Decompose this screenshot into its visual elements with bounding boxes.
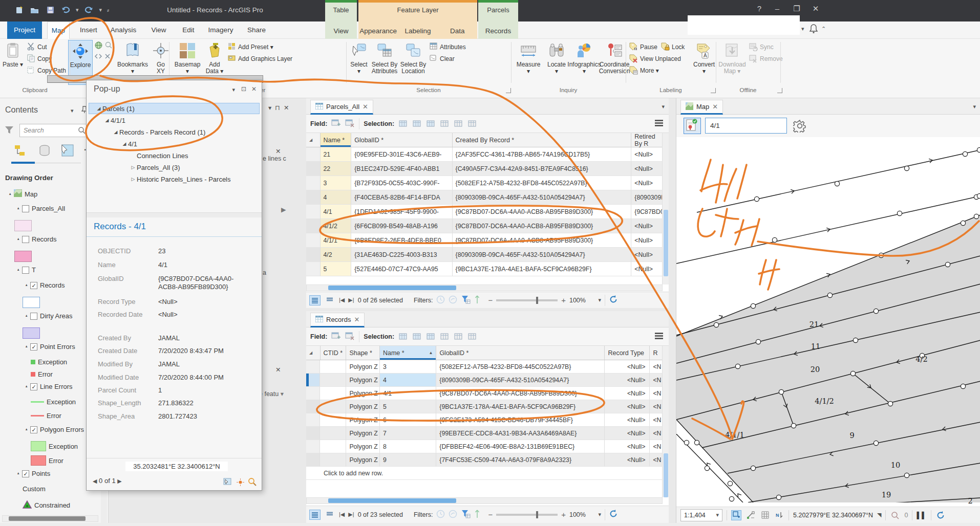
symbol-swatch[interactable] (23, 327, 40, 339)
expand-icon[interactable]: ▾ (15, 471, 19, 476)
hidden-pane-close-icon-2[interactable]: ✕ (275, 366, 281, 374)
ribbon-button-sync[interactable]: Sync (749, 42, 774, 52)
cell[interactable]: 3 (321, 176, 352, 190)
contextual-tab-view[interactable]: View (325, 24, 357, 39)
hidden-pane-arrow-icon[interactable]: ▶ (281, 206, 286, 213)
cell[interactable]: {31AE463D-C225-4003-B313 (351, 248, 452, 262)
column-header-4[interactable]: Record Type (605, 346, 650, 360)
ribbon-button-cut[interactable]: Cut (27, 42, 47, 52)
expand-icon[interactable]: ▾ (23, 314, 28, 318)
expand-icon[interactable]: ◢ (112, 129, 119, 135)
clear-selection-icon[interactable] (440, 332, 450, 341)
layer-item-line-errors[interactable]: ▾✓Line Errors (23, 383, 73, 390)
symbol-swatch[interactable] (31, 455, 46, 466)
ribbon-button-download-map[interactable]: Download Map ▾ (719, 40, 745, 85)
last-record-icon[interactable]: ▶| (348, 511, 354, 518)
symbol-swatch[interactable] (31, 401, 44, 403)
popup-dock-icon[interactable]: ⊡ (241, 85, 246, 93)
ribbon-button-copy-path[interactable]: Copy Path (27, 65, 66, 76)
cell[interactable]: 4/2 (321, 248, 352, 262)
ribbon-tab-map[interactable]: Map (47, 21, 70, 39)
row-selector[interactable] (306, 453, 320, 467)
contextual-tab-labeling[interactable]: Labeling (398, 24, 437, 39)
expand-icon[interactable]: ▾ (23, 283, 28, 288)
expand-icon[interactable]: ▷ (130, 177, 137, 182)
map-scale-selector[interactable]: 1:1,404▾ (680, 509, 722, 521)
tab-map[interactable]: Map ✕ (680, 100, 723, 115)
zoom-tool-icon[interactable] (104, 41, 113, 52)
table-row[interactable]: Polygon Z4/1{9C87BD07-DC6A-4AA0-ACB8-AB9… (306, 387, 663, 400)
layer-item-exception[interactable]: Exception (31, 441, 78, 451)
symbol-swatch[interactable] (14, 220, 32, 231)
column-header-3[interactable]: GlobalID * (436, 346, 605, 360)
row-selector[interactable] (306, 374, 320, 387)
table-menu-icon[interactable] (654, 119, 664, 129)
ribbon-button-copy[interactable]: Copy (27, 54, 52, 64)
cell[interactable]: <Null> (631, 176, 663, 190)
pause-drawing-icon[interactable]: ▌▌ (917, 512, 927, 519)
popup-tree-item[interactable]: ◢4/1 (89, 138, 260, 149)
table-row[interactable]: Polygon Z9{7F4FC53E-C509-474A-A6A3-079F8… (306, 453, 663, 467)
column-header-1[interactable]: Shape * (346, 346, 380, 360)
map-canvas[interactable] (676, 137, 980, 502)
table-view-icon[interactable] (309, 295, 321, 305)
column-header-0[interactable]: CTID * (321, 346, 347, 360)
ribbon-button-more[interactable]: More ▾ (629, 65, 659, 76)
table-zoom-level[interactable]: 100%▾ (569, 511, 601, 518)
ribbon-button-lock[interactable]: Lock (661, 42, 685, 52)
cell[interactable]: Polygon Z (346, 440, 380, 453)
zoom-selection-icon[interactable] (890, 510, 900, 520)
cell[interactable]: {8090309B-09CA-465F-A432-510A054294A7} (436, 374, 605, 387)
cell[interactable] (320, 374, 346, 387)
vertical-scrollbar[interactable] (662, 346, 669, 497)
copy-selection-icon[interactable] (467, 119, 477, 128)
table-row[interactable]: 4/2{31AE463D-C225-4003-B313{8090309B-09C… (306, 248, 663, 262)
time-filter-icon[interactable] (436, 510, 445, 520)
row-selector[interactable] (306, 262, 321, 276)
cell[interactable]: {5082EF12-A75B-4232-BFD8-445C0522A97B} (453, 176, 632, 190)
layer-checkbox[interactable] (22, 267, 29, 274)
cell[interactable]: 4/1/1 (321, 233, 352, 248)
copy-selection-icon[interactable] (467, 332, 477, 341)
expand-icon[interactable]: ▾ (15, 206, 19, 211)
column-header-2[interactable]: Name *▲ (380, 346, 436, 360)
table-row[interactable]: 3{B72F93D5-0C55-403C-990F-{5082EF12-A75B… (306, 176, 663, 190)
range-filter-icon[interactable] (449, 295, 457, 305)
popup-tree-item[interactable]: ◢4/1/1 (89, 115, 260, 126)
cell[interactable]: <Null> (605, 400, 650, 413)
expand-icon[interactable]: ▾ (23, 344, 28, 349)
table-row[interactable]: 21{09E95FED-301E-43C6-AEB9-{2AF35FCC-436… (306, 147, 663, 162)
add-field-icon[interactable] (331, 332, 341, 341)
table-row[interactable]: Polygon Z7{99EB7ECE-CDC8-4A31-9B34-AA3A6… (306, 427, 663, 440)
undo-dropdown-icon[interactable]: ▾ (76, 7, 79, 13)
time-filter-icon[interactable] (436, 295, 445, 305)
cell[interactable]: {9BC1A37E-178A-4AE1-BAFA-5CF9CA96B29F} (436, 400, 605, 413)
popup-flash-icon[interactable] (237, 478, 244, 488)
expand-icon[interactable]: ◢ (103, 118, 111, 123)
cell[interactable]: 4/1/2 (321, 219, 352, 233)
attribute-view-icon[interactable] (324, 510, 335, 520)
table-row[interactable]: Polygon Z6{9FC2E173-A594-415C-BD46-DB79F… (306, 413, 663, 427)
filter-table-icon[interactable] (461, 295, 471, 305)
tab-records[interactable]: Records✕ (310, 313, 365, 327)
table-view-icon[interactable] (309, 510, 321, 520)
table-row[interactable]: 5{527E446D-07C7-47C9-AA95{9BC1A37E-178A-… (306, 262, 663, 276)
table-zoom-level[interactable]: 100%▾ (569, 297, 601, 304)
zoom-to-selection-icon[interactable] (412, 119, 422, 128)
clear-selection-icon[interactable] (440, 119, 450, 128)
column-header-0[interactable]: Name * (321, 133, 352, 147)
cell[interactable]: Polygon Z (346, 387, 380, 400)
cell[interactable]: 21 (321, 147, 352, 162)
cell[interactable]: Polygon Z (346, 374, 380, 387)
row-selector[interactable] (306, 219, 321, 233)
row-selector[interactable] (306, 387, 320, 400)
cell[interactable]: {F40CEBA5-82B6-4F14-BFDA (351, 190, 452, 205)
table-row[interactable]: Polygon Z5{9BC1A37E-178A-4AE1-BAFA-5CF9C… (306, 400, 663, 413)
popup-select-icon[interactable] (223, 478, 232, 488)
ribbon-button-convert[interactable]: AConvert ▾ (692, 40, 716, 85)
ribbon-button-paste[interactable]: Paste ▾ (2, 40, 24, 85)
layer-item-polygon-errors[interactable]: ▾✓Polygon Errors (23, 426, 84, 433)
calculate-field-icon[interactable] (345, 332, 355, 341)
zoom-in-icon[interactable]: + (561, 510, 566, 519)
dialog-launcher-icon[interactable] (711, 88, 716, 93)
